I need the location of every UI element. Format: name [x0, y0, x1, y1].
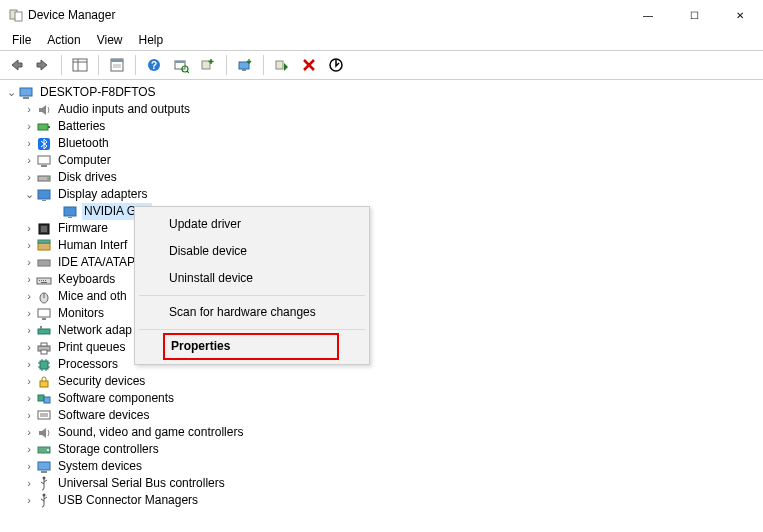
expand-icon[interactable]: ›	[22, 356, 36, 373]
expand-icon[interactable]: ›	[22, 475, 36, 492]
svg-line-14	[187, 71, 189, 73]
expand-icon[interactable]: ›	[22, 169, 36, 186]
expand-icon[interactable]: ›	[22, 101, 36, 118]
tree-node-storage[interactable]: ›Storage controllers	[4, 441, 761, 458]
tree-node-usbconn[interactable]: ›USB Connector Managers	[4, 492, 761, 509]
tree-root[interactable]: ⌄ DESKTOP-F8DFTOS	[4, 84, 761, 101]
close-button[interactable]: ✕	[717, 0, 763, 30]
expand-icon[interactable]: ›	[22, 220, 36, 237]
enable-device-button[interactable]	[270, 53, 294, 77]
minimize-button[interactable]: —	[625, 0, 671, 30]
svg-rect-48	[38, 309, 50, 317]
expand-icon[interactable]: ›	[22, 390, 36, 407]
tree-label: Sound, video and game controllers	[56, 424, 245, 441]
svg-rect-22	[38, 124, 48, 130]
add-legacy-hardware-button[interactable]	[196, 53, 220, 77]
tree-node-ide[interactable]: ›IDE ATA/ATAP	[4, 254, 761, 271]
tree-node-displayadapters[interactable]: ⌄Display adapters	[4, 186, 761, 203]
usb-icon	[36, 476, 52, 492]
tree-node-printq[interactable]: ›Print queues	[4, 339, 761, 356]
ctx-disable-device[interactable]: Disable device	[137, 238, 367, 265]
maximize-button[interactable]: ☐	[671, 0, 717, 30]
uninstall-device-button[interactable]	[297, 53, 321, 77]
expand-icon[interactable]: ›	[22, 322, 36, 339]
ctx-properties-highlighted[interactable]: Properties	[163, 333, 339, 360]
expand-icon[interactable]: ›	[22, 152, 36, 169]
tree-label: Storage controllers	[56, 441, 161, 458]
svg-rect-54	[41, 350, 47, 354]
device-tree[interactable]: ⌄ DESKTOP-F8DFTOS ›Audio inputs and outp…	[0, 80, 763, 513]
collapse-icon[interactable]: ⌄	[4, 84, 18, 101]
app-icon	[8, 7, 24, 23]
menu-action[interactable]: Action	[39, 31, 88, 49]
tree-node-processors[interactable]: ›Processors	[4, 356, 761, 373]
usb-connector-icon	[36, 493, 52, 509]
menu-help[interactable]: Help	[131, 31, 172, 49]
tree-label: Security devices	[56, 373, 147, 390]
tree-node-sysdev[interactable]: ›System devices	[4, 458, 761, 475]
ctx-update-driver[interactable]: Update driver	[137, 211, 367, 238]
ide-icon	[36, 255, 52, 271]
tree-node-batteries[interactable]: ›Batteries	[4, 118, 761, 135]
ctx-scan-hardware[interactable]: Scan for hardware changes	[137, 299, 367, 326]
tree-label: USB Connector Managers	[56, 492, 200, 509]
svg-point-74	[43, 493, 46, 496]
tree-node-audio[interactable]: ›Audio inputs and outputs	[4, 101, 761, 118]
ctx-uninstall-device[interactable]: Uninstall device	[137, 265, 367, 292]
tree-node-bluetooth[interactable]: ›Bluetooth	[4, 135, 761, 152]
svg-rect-42	[41, 280, 42, 281]
expand-icon[interactable]: ›	[22, 271, 36, 288]
svg-rect-43	[43, 280, 44, 281]
tree-node-monitors[interactable]: ›Monitors	[4, 305, 761, 322]
svg-rect-36	[38, 240, 50, 243]
menu-file[interactable]: File	[4, 31, 39, 49]
expand-icon[interactable]: ›	[22, 424, 36, 441]
help-button[interactable]: ?	[142, 53, 166, 77]
tree-node-swdev[interactable]: ›Software devices	[4, 407, 761, 424]
computer-icon	[36, 153, 52, 169]
tree-node-usbctrl[interactable]: ›Universal Serial Bus controllers	[4, 475, 761, 492]
svg-rect-12	[175, 61, 185, 63]
nav-back-button[interactable]	[4, 53, 28, 77]
expand-icon[interactable]: ›	[22, 441, 36, 458]
expand-icon[interactable]: ›	[22, 118, 36, 135]
expand-icon[interactable]: ›	[22, 135, 36, 152]
expand-icon[interactable]: ›	[22, 237, 36, 254]
expand-icon[interactable]: ›	[22, 288, 36, 305]
properties-button[interactable]	[105, 53, 129, 77]
update-driver-button[interactable]	[233, 53, 257, 77]
nav-forward-button[interactable]	[31, 53, 55, 77]
tree-label: Display adapters	[56, 186, 149, 203]
expand-icon[interactable]: ›	[22, 339, 36, 356]
expand-icon[interactable]: ›	[22, 254, 36, 271]
tree-node-firmware[interactable]: ›Firmware	[4, 220, 761, 237]
expand-icon[interactable]: ›	[22, 492, 36, 509]
svg-point-28	[47, 177, 49, 179]
expand-icon[interactable]: ›	[22, 373, 36, 390]
expand-icon[interactable]: ›	[22, 407, 36, 424]
disable-device-button[interactable]	[324, 53, 348, 77]
tree-node-keyboards[interactable]: ›Keyboards	[4, 271, 761, 288]
tree-node-computer[interactable]: ›Computer	[4, 152, 761, 169]
tree-node-swcomp[interactable]: ›Software components	[4, 390, 761, 407]
tree-node-security[interactable]: ›Security devices	[4, 373, 761, 390]
tree-label: Software devices	[56, 407, 151, 424]
svg-rect-34	[41, 226, 47, 232]
tree-node-hid[interactable]: ›Human Interf	[4, 237, 761, 254]
tree-node-network[interactable]: ›Network adap	[4, 322, 761, 339]
svg-rect-41	[39, 280, 40, 281]
tree-node-sound[interactable]: ›Sound, video and game controllers	[4, 424, 761, 441]
menu-view[interactable]: View	[89, 31, 131, 49]
scan-hardware-button[interactable]	[169, 53, 193, 77]
tree-label: Batteries	[56, 118, 107, 135]
show-hide-tree-button[interactable]	[68, 53, 92, 77]
collapse-icon[interactable]: ⌄	[22, 186, 36, 203]
expand-icon[interactable]: ›	[22, 458, 36, 475]
svg-rect-45	[41, 282, 47, 283]
expand-icon[interactable]: ›	[22, 305, 36, 322]
tree-node-mice[interactable]: ›Mice and oth	[4, 288, 761, 305]
tree-node-diskdrives[interactable]: ›Disk drives	[4, 169, 761, 186]
svg-rect-21	[23, 97, 29, 99]
tree-node-nvidia[interactable]: NVIDIA GeF	[4, 203, 761, 220]
tree-label: IDE ATA/ATAP	[56, 254, 137, 271]
